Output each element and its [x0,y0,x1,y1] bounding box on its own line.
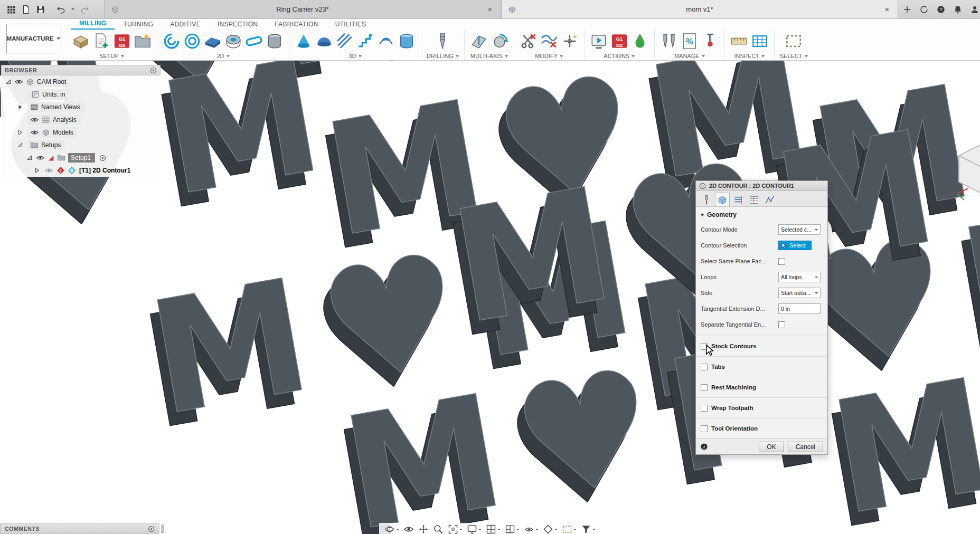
browser-options-icon[interactable] [150,67,157,74]
collapse-arrow-icon[interactable] [17,104,23,110]
view-cube[interactable] [954,135,980,203]
new-setup-icon[interactable] [72,32,90,50]
display-settings-control[interactable] [467,524,482,534]
heights-tab[interactable] [731,193,746,206]
group-label-2d[interactable]: 2D [216,52,229,59]
generate-toolpath-icon[interactable] [631,32,649,50]
tool-tab[interactable] [699,193,714,206]
side-select[interactable]: Start outsi... [778,288,821,298]
tool-library-icon[interactable] [660,32,678,50]
group-label-actions[interactable]: ACTIONS [604,52,635,59]
redo-icon[interactable] [80,5,89,14]
parallel-icon[interactable] [336,32,354,50]
slot-icon[interactable] [245,32,263,50]
tree-row-named-views[interactable]: Named Views [1,101,161,113]
collapse-arrow-icon[interactable] [17,130,23,135]
profile-avatar-icon[interactable] [970,5,979,14]
collapse-dialog-icon[interactable] [699,183,706,189]
tab-additive[interactable]: ADDITIVE [162,20,209,30]
bore-icon[interactable] [266,32,284,50]
face-icon[interactable] [204,32,222,50]
help-icon[interactable] [936,5,946,14]
save-icon[interactable] [36,5,45,14]
tab-turning[interactable]: TURNING [115,20,162,30]
2d-pocket-icon[interactable] [183,32,201,50]
tab-milling[interactable]: MILLING [71,18,115,30]
wrap-toolpath-checkbox[interactable] [701,405,708,412]
comments-resize-handle[interactable] [161,525,164,533]
visibility-eye-icon[interactable] [14,79,23,85]
nc-program-icon[interactable] [113,32,131,50]
wrap-toolpath-section[interactable]: Wrap Toolpath [696,397,827,418]
tab-fabrication[interactable]: FABRICATION [266,20,326,30]
job-status-icon[interactable] [919,5,929,14]
visibility-eye-icon[interactable] [30,117,39,123]
group-label-modify[interactable]: MODIFY [535,52,563,59]
group-label-3d[interactable]: 3D [348,52,361,59]
3d-adaptive-icon[interactable] [295,32,313,50]
new-pattern-icon[interactable] [134,32,152,50]
contour-select-button[interactable]: Select [778,241,812,250]
visibility-eye-icon[interactable] [44,167,53,174]
separate-tangential-checkbox[interactable] [778,321,785,328]
undo-icon[interactable] [56,5,66,14]
pan-control[interactable] [418,524,429,534]
post-process-icon[interactable] [610,32,628,50]
group-label-multi-axis[interactable]: MULTI-AXIS [470,52,508,59]
group-label-drilling[interactable]: DRILLING [427,52,459,59]
ok-button[interactable]: OK [759,442,784,452]
workspace-selector[interactable]: MANUFACTURE [6,24,61,53]
comments-panel[interactable]: COMMENTS [0,523,159,534]
file-menu-icon[interactable] [21,5,31,14]
group-label-select[interactable]: SELECT [780,52,808,59]
visibility-control[interactable] [524,524,539,534]
close-tab-icon[interactable]: × [486,5,494,14]
tree-row-models[interactable]: Models [1,126,161,139]
geometry-tab[interactable] [715,193,730,206]
orbit-control[interactable] [384,524,399,534]
passes-tab[interactable] [747,193,761,206]
2d-adaptive-icon[interactable] [163,32,181,50]
delete-passes-icon[interactable] [540,32,558,50]
measure-icon[interactable] [730,32,748,50]
tree-row-setups[interactable]: Setups [1,139,161,151]
scallop-icon[interactable] [377,32,395,50]
rotary-icon[interactable] [491,32,508,50]
visual-style-control[interactable] [543,524,558,534]
surface-inspection-icon[interactable] [751,32,769,50]
browser-header[interactable]: BROWSER [1,65,161,75]
drill-icon[interactable] [434,32,451,50]
selection-window-control[interactable] [562,524,577,534]
grid-and-snaps-control[interactable] [486,524,501,534]
geometry-section-header[interactable]: Geometry [696,207,827,222]
tree-row-contour1[interactable]: [T1] 2D Contour1 [1,164,161,177]
group-label-setup[interactable]: SETUP [99,52,124,59]
tool-orientation-checkbox[interactable] [701,425,708,432]
edit-entry-point-icon[interactable] [561,32,579,50]
3d-pocket-icon[interactable] [315,32,333,50]
look-at-control[interactable] [403,524,414,534]
setup-options-icon[interactable] [99,155,106,161]
group-label-inspect[interactable]: INSPECT [734,52,765,59]
tabs-section[interactable]: Tabs [696,356,827,377]
expand-arrow-icon[interactable] [26,155,33,160]
group-label-manage[interactable]: MANAGE [674,52,705,59]
2d-contour-icon[interactable] [224,32,242,50]
zoom-control[interactable] [433,524,444,534]
tool-orientation-section[interactable]: Tool Orientation [696,418,827,438]
tabs-checkbox[interactable] [701,364,708,370]
selection-filter-control[interactable] [581,524,596,534]
collapse-arrow-icon[interactable] [34,168,40,173]
doc-tab-mom[interactable]: mom v1* × [501,0,898,18]
loops-select[interactable]: All loops [778,272,821,282]
spiral-icon[interactable] [398,32,416,50]
contour-mode-select[interactable]: Selected c... [778,224,821,235]
rest-machining-section[interactable]: Rest Machining [696,377,827,397]
visibility-eye-icon[interactable] [30,129,39,136]
notifications-bell-icon[interactable] [953,5,963,14]
linking-tab[interactable] [762,193,777,206]
swarf-icon[interactable] [470,32,488,50]
expand-arrow-icon[interactable] [5,79,12,84]
tab-inspection[interactable]: INSPECTION [209,20,266,30]
setup1-selected-label[interactable]: Setup1 [68,153,95,163]
